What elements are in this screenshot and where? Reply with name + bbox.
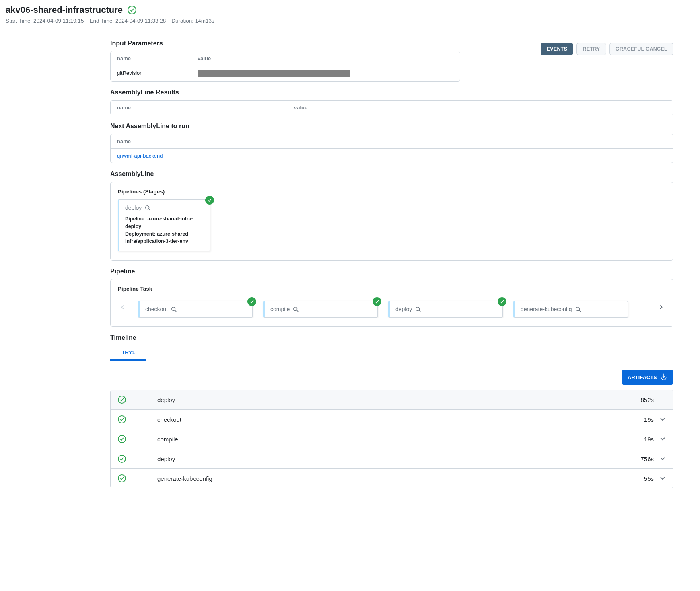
timeline-step-name: deploy (157, 456, 640, 462)
timeline-tabs: TRY1 (110, 345, 673, 361)
col-header-name: name (111, 134, 673, 148)
task-name: deploy (395, 306, 412, 312)
svg-point-1 (172, 307, 175, 311)
section-assemblyline: AssemblyLine (110, 170, 673, 178)
svg-point-2 (294, 307, 297, 311)
next-assemblyline-link[interactable]: qnwmf-api-backend (117, 153, 163, 159)
retry-button[interactable]: RETRY (576, 43, 606, 55)
tab-try1[interactable]: TRY1 (110, 345, 146, 361)
param-value (191, 66, 460, 81)
magnify-icon[interactable] (415, 306, 421, 312)
redacted-value (198, 70, 350, 77)
col-header-value: value (191, 51, 460, 66)
magnify-icon[interactable] (293, 306, 299, 312)
pipeline-task-card[interactable]: deploy (388, 301, 503, 318)
status-success-icon (118, 415, 126, 423)
download-icon (660, 373, 667, 382)
pipeline-task-title: Pipeline Task (118, 286, 666, 292)
timeline-step-duration: 852s (640, 396, 654, 403)
status-success-icon (205, 196, 214, 205)
section-pipeline: Pipeline (110, 268, 673, 275)
timeline-step-duration: 19s (644, 416, 654, 423)
scroll-right-button[interactable] (656, 304, 666, 310)
section-timeline: Timeline (110, 334, 673, 341)
pipeline-task-card[interactable]: compile (263, 301, 378, 318)
graceful-cancel-button[interactable]: GRACEFUL CANCEL (609, 43, 673, 55)
status-success-icon (118, 474, 126, 482)
timeline-table: deploy 852s checkout 19s compile 19s dep… (110, 390, 673, 488)
next-table: name qnwmf-api-backend (110, 134, 673, 163)
timeline-row[interactable]: generate-kubeconfig 55s (111, 468, 673, 488)
status-success-icon (247, 297, 256, 306)
magnify-icon[interactable] (171, 306, 177, 312)
task-name: generate-kubeconfig (521, 306, 572, 312)
status-success-icon (498, 297, 506, 306)
stage-details: Pipeline: azure-shared-infra-deploy Depl… (125, 215, 204, 245)
col-header-value: value (288, 101, 673, 115)
magnify-icon[interactable] (575, 306, 581, 312)
chevron-down-icon[interactable] (659, 455, 666, 463)
status-success-icon (373, 297, 381, 306)
magnify-icon[interactable] (145, 205, 150, 211)
input-params-table: name value gitRevision (110, 51, 460, 82)
assemblyline-panel: Pipelines (Stages) deploy Pipeline: azur… (110, 182, 673, 261)
pipeline-task-card[interactable]: checkout (138, 301, 253, 318)
timeline-row[interactable]: compile 19s (111, 429, 673, 449)
timeline-row: deploy 852s (111, 390, 673, 409)
timeline-step-name: checkout (157, 416, 644, 423)
table-row: qnwmf-api-backend (111, 149, 673, 163)
events-button[interactable]: EVENTS (541, 43, 574, 55)
param-name: gitRevision (111, 66, 191, 81)
svg-point-4 (576, 307, 579, 311)
status-success-icon (118, 435, 126, 443)
task-name: checkout (145, 306, 168, 312)
status-success-icon (128, 6, 136, 14)
timeline-row[interactable]: checkout 19s (111, 409, 673, 429)
chevron-down-icon[interactable] (659, 416, 666, 423)
status-success-icon (118, 396, 126, 404)
svg-point-3 (416, 307, 420, 311)
stage-card[interactable]: deploy Pipeline: azure-shared-infra-depl… (118, 199, 210, 251)
timeline-step-name: compile (157, 436, 644, 443)
status-success-icon (118, 455, 126, 463)
timeline-step-duration: 19s (644, 436, 654, 443)
section-results: AssemblyLine Results (110, 89, 673, 96)
timeline-step-duration: 756s (640, 456, 654, 462)
run-meta: Start Time: 2024-04-09 11:19:15 End Time… (6, 18, 694, 24)
page-title: akv06-shared-infrastructure (6, 5, 123, 15)
chevron-down-icon[interactable] (659, 435, 666, 443)
timeline-step-name: generate-kubeconfig (157, 475, 644, 482)
scroll-left-button[interactable] (118, 304, 128, 310)
timeline-row[interactable]: deploy 756s (111, 449, 673, 468)
svg-point-0 (146, 206, 149, 209)
stages-title: Pipelines (Stages) (118, 189, 666, 195)
table-row: gitRevision (111, 66, 460, 81)
results-table: name value (110, 100, 673, 115)
section-next: Next AssemblyLine to run (110, 123, 673, 130)
pipeline-panel: Pipeline Task checkoutcompiledeploygener… (110, 279, 673, 327)
col-header-name: name (111, 51, 191, 66)
timeline-step-name: deploy (157, 396, 640, 403)
col-header-name: name (111, 101, 288, 115)
task-name: compile (270, 306, 290, 312)
stage-name: deploy (125, 205, 142, 211)
timeline-step-duration: 55s (644, 475, 654, 482)
section-input-params: Input Parameters (110, 40, 460, 47)
pipeline-task-card[interactable]: generate-kubeconfig (513, 301, 628, 318)
chevron-down-icon[interactable] (659, 475, 666, 482)
artifacts-button[interactable]: ARTIFACTS (622, 370, 673, 385)
